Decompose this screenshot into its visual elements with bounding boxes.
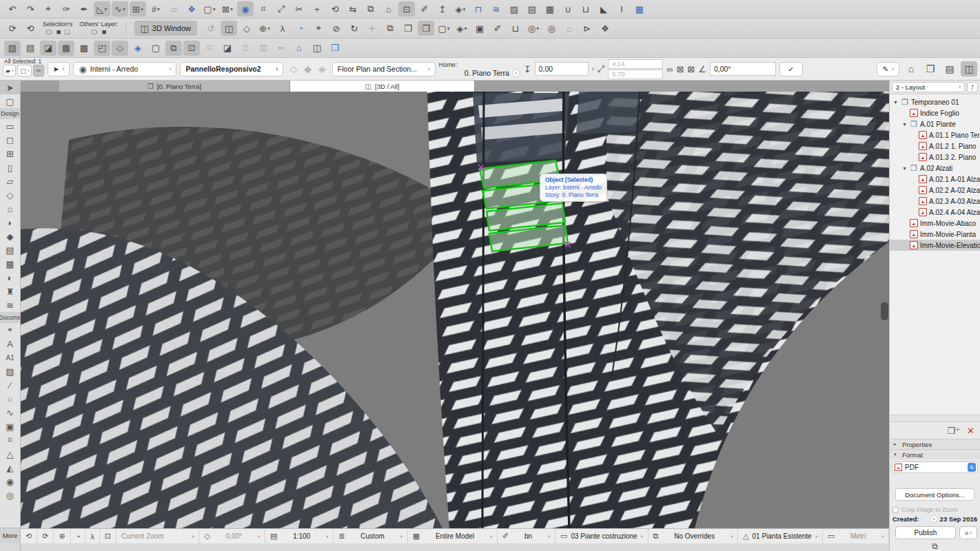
split-icon[interactable]: ✂ (291, 1, 307, 17)
marquee-icon[interactable]: ▢▾ (201, 1, 218, 17)
object-name-combo[interactable]: PannelloResponsivo2› (180, 62, 283, 76)
tree-item-a011[interactable]: A.01.1 Piano Terra (890, 129, 980, 141)
sun-study-icon[interactable]: ⌂ (561, 21, 578, 36)
cube-axo-icon[interactable]: ◈ (318, 63, 326, 74)
slab-tool[interactable]: ◇ (0, 188, 20, 202)
delta-y-toggle-icon[interactable]: ⊠ (687, 64, 695, 74)
grid-snap-icon[interactable]: #▾ (147, 1, 164, 17)
cube-top-icon[interactable]: ◇ (289, 63, 297, 74)
fill-pattern-6-icon[interactable]: ◰ (94, 41, 110, 56)
chain-link-icon[interactable]: ∞ (666, 64, 673, 74)
tree-item-temporaneo[interactable]: ▾ Temporaneo 01 (890, 96, 980, 107)
line-tool[interactable]: ∕ (0, 378, 20, 392)
tree-item-a021[interactable]: A.02.1 A-01 Alzato No (890, 174, 980, 185)
tree-item-a022[interactable]: A.02.2 A-02 Alzato Est (890, 185, 980, 196)
diamond-icon[interactable]: ◈ (130, 41, 146, 56)
publish-button[interactable]: Publish (895, 526, 956, 539)
column-tool[interactable]: ▯ (0, 160, 20, 174)
selection-frame-icon[interactable]: ⌑ (201, 41, 218, 56)
delta-x-toggle-icon[interactable]: ⊠ (676, 64, 684, 74)
paint-surface-icon[interactable]: ◈▾ (453, 21, 470, 36)
tab-floor-plan[interactable]: ❒[0. Piano Terra] (59, 81, 290, 92)
tree-item-a012[interactable]: A.01.2 1. Piano (890, 141, 980, 152)
refresh-3d-icon[interactable]: ↻ (346, 21, 363, 36)
delete-icon[interactable]: ✕ (967, 426, 974, 436)
new-layout-icon[interactable]: ❒⁺ (948, 426, 961, 436)
morph-tool[interactable]: ◆ (0, 229, 20, 243)
tree-item-a01[interactable]: ▾ A.01 Piante (890, 118, 980, 129)
book-view-icon[interactable]: ◫ (309, 41, 325, 56)
suspend-groups-icon[interactable]: ◉ (237, 1, 254, 17)
mesh-tool-icon[interactable]: ≋ (488, 1, 504, 17)
tree-item-a024[interactable]: A.02.4 A-04 Alzato Ov (890, 207, 980, 218)
zoom-level-combo[interactable]: Current Zoom › (116, 529, 199, 543)
detail-tool[interactable]: ◉ (0, 475, 20, 488)
zoom-next-icon[interactable]: ⟳ (37, 529, 54, 543)
favorites-mini-button[interactable]: ▢ › (17, 65, 32, 76)
stair-tool[interactable]: ▤ (0, 243, 20, 257)
show-all-3d-icon[interactable]: ⟲ (22, 21, 39, 36)
layout-book-icon[interactable]: ▤ (941, 61, 958, 76)
undo-icon[interactable]: ↶ (4, 1, 21, 17)
label-tool[interactable]: A1 (0, 351, 20, 364)
door-tool[interactable]: ◻ (0, 133, 20, 147)
active-settings-icon[interactable]: ❐ (418, 21, 434, 36)
cascade-windows-icon[interactable]: ⧉ (932, 541, 938, 551)
redo-icon[interactable]: ↷ (22, 1, 39, 17)
spline-tool[interactable]: ∿ (0, 406, 20, 419)
disclosure-triangle[interactable]: ▾ (892, 99, 899, 105)
marquee-tool[interactable]: ▢ (0, 94, 20, 108)
view-display-combo[interactable]: Floor Plan and Section...› (332, 62, 436, 76)
format-select[interactable]: ▲ PDF ⇅ (892, 461, 978, 473)
layout-set-combo[interactable]: 2 - Layout› (892, 82, 965, 92)
explore-button[interactable]: λ (85, 529, 100, 543)
selection-unlock-icon[interactable]: □ (65, 28, 70, 37)
orbit-icon[interactable]: ◔ (292, 21, 309, 36)
navigator-up-button[interactable]: ⤴ (967, 82, 978, 92)
pen-set-combo[interactable]: ✐ bn › (498, 529, 555, 543)
edit-mode-icon[interactable]: ⊡ (398, 1, 415, 17)
curtain-wall-tool[interactable]: ▦ (0, 257, 20, 271)
orbit-button[interactable]: ◔ (71, 529, 86, 543)
render-frame-icon[interactable]: ▣ (471, 21, 488, 36)
wall-end-icon[interactable]: ⊓ (470, 1, 487, 17)
properties-header[interactable]: ▸ Properties (890, 439, 980, 449)
shell-tool[interactable]: ◗ (0, 216, 20, 229)
text-tool[interactable]: A (0, 337, 20, 351)
tree-scrollbar[interactable] (890, 415, 980, 422)
inject-parameters-icon[interactable]: ✒ (76, 1, 92, 17)
publish-options-button[interactable]: ≡› (959, 526, 977, 539)
tree-item-a02[interactable]: ▾ A.02 Alzati (890, 163, 980, 174)
document-options-button[interactable]: Document Options... (895, 488, 974, 501)
crop-checkbox[interactable] (892, 507, 899, 513)
perspective-icon[interactable]: ◫ (221, 21, 237, 36)
mesh-tool[interactable]: ≋ (0, 298, 20, 312)
auto-dimension-icon[interactable]: ⌗ (255, 1, 272, 17)
circle-tool[interactable]: ○ (0, 392, 20, 406)
select-frame-icon[interactable]: ▢▾ (436, 21, 452, 36)
brick-icon[interactable]: ▤ (524, 1, 540, 17)
fill-pattern-2-icon[interactable]: ▤ (22, 41, 39, 56)
axonometry-icon[interactable]: ◇ (238, 21, 255, 36)
gravity-icon[interactable]: ▱ (165, 1, 182, 17)
column-u-icon[interactable]: ∪ (560, 1, 576, 17)
fill-pattern-4-icon[interactable]: ▦ (58, 41, 74, 56)
grab-mini-button[interactable]: ✑ (33, 65, 44, 76)
unit-combo[interactable]: ▭ Metri › (823, 529, 889, 543)
tree-item-movie-pianta[interactable]: Imm-Movie-Pianta (890, 229, 980, 240)
lock-icon[interactable]: ⊠▾ (219, 1, 236, 17)
dim-style-icon[interactable]: ⊡ (183, 41, 200, 56)
tree-item-a023[interactable]: A.02.3 A-03 Alzato Su (890, 196, 980, 207)
mirror-icon[interactable]: ⇆ (345, 1, 361, 17)
calculator-icon[interactable]: ▦ (631, 1, 648, 17)
multiply-icon[interactable]: ⧉ (363, 1, 379, 17)
selection-lock-icon[interactable]: ■ (57, 28, 61, 37)
view-map-icon[interactable]: ❒ (922, 61, 939, 76)
layers-combo[interactable]: ≣ Custom › (334, 529, 407, 543)
tree-item-indice[interactable]: Indice Foglio (890, 107, 980, 118)
pickup-parameters-icon[interactable]: ✑ (58, 1, 74, 17)
arrow-tool[interactable]: ➤ (0, 81, 20, 94)
roof-tool[interactable]: ⌂ (0, 202, 20, 216)
fill-angle-icon[interactable]: ◪ (219, 41, 236, 56)
confirm-button[interactable]: ✓ (779, 62, 803, 76)
